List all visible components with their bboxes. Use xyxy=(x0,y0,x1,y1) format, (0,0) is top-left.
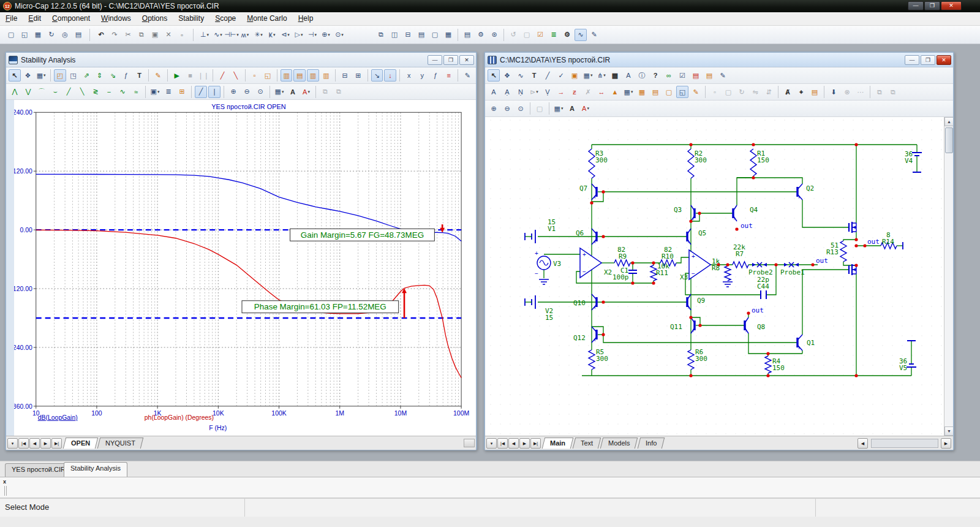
step-down-icon[interactable]: ⬇ xyxy=(827,86,840,98)
revert-analysis-icon[interactable]: ↺ xyxy=(507,29,519,41)
zoom-in-icon[interactable]: ⊕ xyxy=(488,102,500,115)
hscroll-right-icon[interactable]: ▶ xyxy=(941,438,951,449)
go-fall-icon[interactable]: ╲ xyxy=(76,86,88,98)
flip-horizontal-icon[interactable]: ⇋ xyxy=(749,86,761,98)
graph-properties-icon[interactable]: ▦▾ xyxy=(35,69,47,82)
edit-analysis-icon[interactable]: ✎ xyxy=(461,69,473,82)
bring-front-icon[interactable]: ⧉ xyxy=(873,86,886,98)
show-currents-icon[interactable]: → xyxy=(555,86,567,98)
select-region-icon[interactable]: ◱ xyxy=(676,86,688,98)
undo-icon[interactable]: ↶ xyxy=(95,29,107,41)
circuit-schematic[interactable]: +−+−+−R3300R2300R115036V4Q7Q6Q3Q4Q2Q515V… xyxy=(485,117,943,436)
numeric-output-icon[interactable]: ⊞ xyxy=(176,86,188,98)
select-region-icon[interactable]: ▫ xyxy=(176,29,188,41)
checklist-icon[interactable]: ☑ xyxy=(534,29,546,41)
properties-icon[interactable]: ✎ xyxy=(717,69,729,82)
zoom-box-icon[interactable]: ◰ xyxy=(54,69,66,82)
component-resistor-icon[interactable]: ∿▾ xyxy=(212,29,224,41)
analysis-plot-icon[interactable]: ∿ xyxy=(575,29,587,41)
zoom-in-icon[interactable]: ⊕ xyxy=(227,86,239,98)
notebook-icon[interactable]: ▤ xyxy=(809,86,821,98)
show-options-icon[interactable]: ⊳▾ xyxy=(528,86,540,98)
font-icon[interactable]: A xyxy=(566,102,578,115)
go-slope-icon[interactable]: ≷ xyxy=(89,86,102,98)
paste-icon[interactable]: ▣ xyxy=(149,29,161,41)
tangent-tool-icon[interactable]: ╱ xyxy=(195,86,207,98)
zoom-100-icon[interactable]: ⊙ xyxy=(514,102,527,115)
scale-down-icon[interactable]: ⇘ xyxy=(107,69,119,82)
cursor-x-icon[interactable]: x xyxy=(403,69,415,82)
vertical-tool-icon[interactable]: ❘ xyxy=(208,86,221,98)
tab-models[interactable]: Models xyxy=(600,438,638,449)
print-icon[interactable]: ▤ xyxy=(72,29,85,41)
clip-select-icon[interactable]: ▫ xyxy=(709,86,721,98)
tab-prev[interactable]: ◀ xyxy=(508,438,519,449)
child-close-button[interactable]: ✕ xyxy=(459,55,474,65)
crosshair-icon[interactable]: ⊞ xyxy=(352,69,364,82)
info-mode-icon[interactable]: ⓘ xyxy=(636,69,648,82)
go-rise-icon[interactable]: ╱ xyxy=(62,86,75,98)
zoom-out-icon[interactable]: ⊖ xyxy=(241,86,253,98)
stripe-vertical-icon[interactable]: ▥ xyxy=(281,69,293,82)
spreadsheet-icon[interactable]: ▦ xyxy=(609,69,621,82)
node-numbers-icon[interactable]: ⋔▾ xyxy=(595,69,608,82)
pan-mode-icon[interactable]: ❖ xyxy=(501,69,513,82)
region-properties-icon[interactable]: ✎ xyxy=(690,86,702,98)
child-restore-button[interactable]: ❐ xyxy=(443,55,458,65)
arrange-windows-icon[interactable]: ▤ xyxy=(415,29,428,41)
tab-scroll-menu[interactable]: ▾ xyxy=(486,438,497,449)
tab-info[interactable]: Info xyxy=(637,438,665,449)
select-mode-icon[interactable]: ↖ xyxy=(9,69,21,82)
tab-main[interactable]: Main xyxy=(542,438,574,449)
child-minimize-button[interactable]: — xyxy=(428,55,442,65)
user-settings-icon[interactable]: ⚙ xyxy=(475,29,487,41)
pan-mode-icon[interactable]: ❖ xyxy=(22,69,34,82)
enable-toggle-icon[interactable]: ☑ xyxy=(676,69,688,82)
clear-errors-icon[interactable]: ⊗ xyxy=(841,86,853,98)
go-low-icon[interactable]: ⌣ xyxy=(49,86,61,98)
schematic-vscrollbar[interactable]: ▲ ▼ xyxy=(944,117,953,436)
panel-close-icon[interactable]: x xyxy=(3,479,6,485)
font-icon[interactable]: A xyxy=(287,86,299,98)
menu-component[interactable]: Component xyxy=(47,12,96,25)
zoom-100-icon[interactable]: ⊙ xyxy=(254,86,266,98)
wire-mode-icon[interactable]: ∿ xyxy=(514,69,527,82)
go-high-icon[interactable]: ⌒ xyxy=(36,86,48,98)
send-back-icon[interactable]: ⧉ xyxy=(333,86,345,98)
plot-resize-grip[interactable] xyxy=(464,439,475,447)
cascade-windows-icon[interactable]: ⧉ xyxy=(375,29,387,41)
menu-scope[interactable]: Scope xyxy=(209,12,241,25)
menu-help[interactable]: Help xyxy=(293,12,319,25)
schematic-window-titlebar[interactable]: C:\MC12\DATA\YES простой.CIR — ❐ ✕ xyxy=(485,53,953,67)
web-settings-icon[interactable]: ⊛ xyxy=(488,29,500,41)
zoom-out-icon[interactable]: ⊖ xyxy=(501,102,513,115)
child-minimize-button[interactable]: — xyxy=(905,55,919,65)
data-list-icon[interactable]: ≣ xyxy=(162,86,175,98)
stripe-horizontal-icon[interactable]: ▤ xyxy=(293,69,306,82)
tile-horizontal-icon[interactable]: ⊟ xyxy=(402,29,414,41)
tab-nyquist[interactable]: NYQUIST xyxy=(97,438,143,449)
menu-file[interactable]: File xyxy=(0,12,23,25)
run-icon[interactable]: ▶ xyxy=(171,69,183,82)
go-wave-icon[interactable]: ∿ xyxy=(116,86,129,98)
go-wave2-icon[interactable]: ≈ xyxy=(130,86,142,98)
find-part-icon[interactable]: Ⱥ xyxy=(782,86,794,98)
print-preview-icon[interactable]: ◎ xyxy=(59,29,71,41)
go-peak-icon[interactable]: ⋀ xyxy=(9,86,21,98)
show-pin-connections-icon[interactable]: ↔ xyxy=(595,86,608,98)
grid-options-icon[interactable]: ▦▾ xyxy=(552,102,565,115)
page-setup-icon[interactable]: ▢ xyxy=(533,102,546,115)
new-file-icon[interactable]: ▢ xyxy=(5,29,17,41)
scroll-up-icon[interactable]: ▲ xyxy=(944,117,953,126)
stop-icon[interactable]: ■ xyxy=(184,69,197,82)
show-voltages-icon[interactable]: Ṿ xyxy=(541,86,554,98)
tab-last[interactable]: ▶| xyxy=(530,438,541,449)
page-toggle-icon[interactable]: ▢ xyxy=(663,86,675,98)
component-diode-icon[interactable]: ✳▾ xyxy=(252,29,265,41)
baseline-icon[interactable]: ⊟ xyxy=(339,69,351,82)
child-restore-button[interactable]: ❐ xyxy=(921,55,935,65)
open-file-icon[interactable]: ◱ xyxy=(18,29,31,41)
box-tool-icon[interactable]: ▢ xyxy=(521,29,533,41)
scroll-down-icon[interactable]: ▼ xyxy=(944,427,953,436)
save-file-icon[interactable]: ▦ xyxy=(32,29,44,41)
